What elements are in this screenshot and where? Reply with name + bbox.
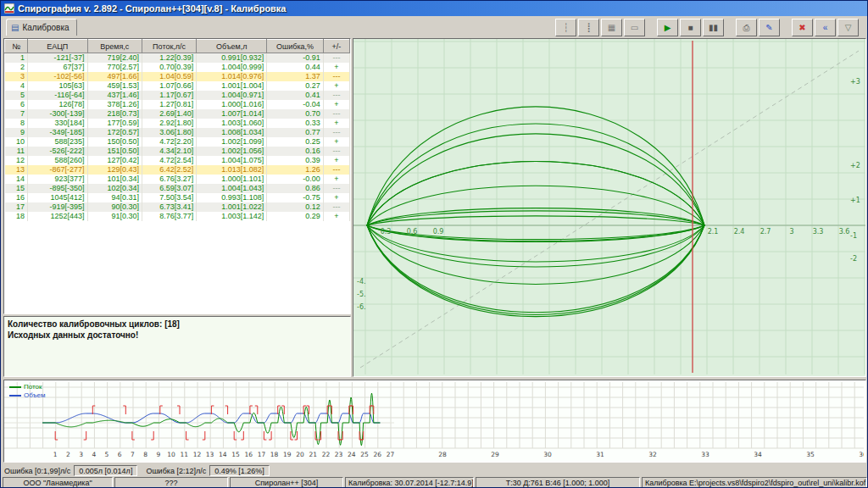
error-value: 0.86 bbox=[267, 184, 323, 193]
print-button[interactable]: ⎙ bbox=[736, 19, 757, 36]
stop-button[interactable]: ■ bbox=[680, 19, 701, 36]
table-row[interactable]: 6126[78]378[1.26]1.27[0.81]1.000[1.016]-… bbox=[5, 100, 350, 109]
svg-text:-2: -2 bbox=[850, 255, 857, 263]
tab-page-icon: ▤ bbox=[11, 23, 19, 32]
table-row[interactable]: 11-526[-222]151[0.50]4.34[2.10]1.002[1.0… bbox=[5, 147, 350, 156]
time-value: 94[0.31] bbox=[87, 193, 142, 202]
volume-value: 1.001[1.004] bbox=[197, 81, 267, 91]
table-row[interactable]: 15-895[-350]102[0.34]6.59[3.07]1.004[1.0… bbox=[5, 184, 350, 193]
row-number: 6 bbox=[5, 100, 28, 109]
strip-legend: Поток Объем bbox=[9, 383, 46, 400]
eacp-value: -526[-222] bbox=[27, 147, 87, 156]
flow-value: 7.50[3.54] bbox=[142, 193, 196, 202]
table-row[interactable]: 13-867[-277]129[0.43]6.42[2.52]1.013[1.0… bbox=[5, 165, 350, 175]
svg-text:22: 22 bbox=[322, 451, 331, 458]
volume-value: 1.002[1.099] bbox=[197, 137, 267, 147]
app-window: Спирография v. 2.892 - Спиролан++[304][v… bbox=[0, 0, 868, 488]
flow-value: 0.70[0.39] bbox=[142, 63, 196, 72]
svg-text:18: 18 bbox=[270, 451, 279, 458]
tab-strip: ▤ Калибровка ┆┋▦▭▶■▮▮⎙✎✖«▽ bbox=[1, 16, 867, 36]
cursor-marker-icon: ┆ bbox=[563, 23, 568, 32]
footer: ООО "Ланамедика"???Спиролан++ [304]Калиб… bbox=[1, 477, 867, 488]
error-value: 0.33 bbox=[267, 119, 323, 128]
flow-value: 1.22[0.39] bbox=[142, 53, 196, 64]
row-number: 17 bbox=[5, 202, 28, 212]
time-value: 127[0.42] bbox=[87, 156, 142, 165]
svg-text:3: 3 bbox=[79, 451, 83, 458]
sign-value: --- bbox=[323, 184, 349, 193]
volume-value: 1.004[0.971] bbox=[197, 91, 267, 100]
flow-volume-chart[interactable]: 0.30.60.92.12.42.733.33.6+3+2+1-1-2-4.-5… bbox=[353, 39, 865, 374]
column-header[interactable]: Ошибка,% bbox=[267, 40, 323, 53]
signal-strip-chart[interactable]: 1234567891011121314151617181920212223242… bbox=[4, 380, 864, 462]
svg-text:11: 11 bbox=[180, 451, 188, 458]
flow-value: 4.72[2.54] bbox=[142, 156, 196, 165]
flow-value: 1.04[0.59] bbox=[142, 72, 196, 81]
pause-button[interactable]: ▮▮ bbox=[703, 19, 724, 36]
sign-value: --- bbox=[323, 109, 349, 119]
table-row[interactable]: 181252[443]91[0.30]8.76[3.77]1.003[1.142… bbox=[5, 212, 350, 221]
sign-value: + bbox=[323, 175, 349, 184]
eacp-value: -300[-139] bbox=[27, 109, 87, 119]
table-row[interactable]: 14923[377]101[0.34]6.76[3.27]1.000[1.101… bbox=[5, 175, 350, 184]
grid-view-icon: ▦ bbox=[608, 23, 615, 32]
row-number: 12 bbox=[5, 156, 28, 165]
tab-calibration[interactable]: ▤ Калибровка bbox=[6, 19, 77, 36]
interval-marker-button[interactable]: ┋ bbox=[578, 19, 599, 36]
table-row[interactable]: 9-349[-185]172[0.57]3.06[1.80]1.008[1.03… bbox=[5, 128, 350, 137]
interval-marker-icon: ┋ bbox=[586, 23, 591, 32]
table-row[interactable]: 4105[63]459[1.53]1.07[0.66]1.001[1.004]0… bbox=[5, 81, 350, 91]
column-header[interactable]: № bbox=[5, 40, 28, 53]
column-header[interactable]: Объем,л bbox=[197, 40, 267, 53]
table-row[interactable]: 3-102[-56]497[1.66]1.04[0.59]1.014[0.976… bbox=[5, 72, 350, 81]
cursor-marker-button[interactable]: ┆ bbox=[555, 19, 576, 36]
edit-button[interactable]: ✎ bbox=[759, 19, 780, 36]
table-row[interactable]: 12588[260]127[0.42]4.72[2.54]1.004[1.075… bbox=[5, 156, 350, 165]
row-number: 2 bbox=[5, 63, 28, 72]
volume-value: 1.001[1.022] bbox=[197, 202, 267, 212]
time-value: 459[1.53] bbox=[87, 81, 142, 91]
svg-text:32: 32 bbox=[648, 451, 657, 458]
column-header[interactable]: Поток,л/с bbox=[142, 40, 196, 53]
time-value: 378[1.26] bbox=[87, 100, 142, 109]
row-number: 16 bbox=[5, 193, 28, 202]
row-number: 4 bbox=[5, 81, 28, 91]
eacp-value: -867[-277] bbox=[27, 165, 87, 175]
svg-text:8: 8 bbox=[143, 451, 147, 458]
table-row[interactable]: 17-919[-395]90[0.30]6.73[3.41]1.001[1.02… bbox=[5, 202, 350, 212]
rewind-button[interactable]: « bbox=[815, 19, 836, 36]
column-header[interactable]: ЕАЦП bbox=[27, 40, 87, 53]
delete-button[interactable]: ✖ bbox=[792, 19, 813, 36]
time-value: 497[1.66] bbox=[87, 72, 142, 81]
table-row[interactable]: 10588[235]150[0.50]4.72[2.20]1.002[1.099… bbox=[5, 137, 350, 147]
eacp-value: -116[-64] bbox=[27, 91, 87, 100]
error-value: 0.27 bbox=[267, 81, 323, 91]
svg-text:31: 31 bbox=[596, 451, 604, 458]
svg-text:-4.: -4. bbox=[357, 278, 366, 286]
dropdown-button[interactable]: ▽ bbox=[837, 19, 859, 36]
column-header[interactable]: +/- bbox=[323, 40, 349, 53]
sign-value: + bbox=[323, 81, 349, 91]
play-button[interactable]: ▶ bbox=[657, 19, 678, 36]
table-row[interactable]: 1-121[-37]719[2.40]1.22[0.39]0.991[0.932… bbox=[5, 53, 350, 64]
row-number: 18 bbox=[5, 212, 28, 221]
table-row[interactable]: 8330[184]177[0.59]2.92[1.80]1.003[1.060]… bbox=[5, 119, 350, 128]
title-bar[interactable]: Спирография v. 2.892 - Спиролан++[304][v… bbox=[1, 1, 867, 16]
grid-view-button[interactable]: ▦ bbox=[601, 19, 622, 36]
column-header[interactable]: Время,с bbox=[87, 40, 142, 53]
svg-text:25: 25 bbox=[360, 451, 369, 458]
svg-text:27: 27 bbox=[387, 451, 395, 458]
svg-text:2.4: 2.4 bbox=[734, 228, 745, 236]
volume-value: 0.991[0.932] bbox=[197, 53, 267, 64]
volume-value: 1.000[1.016] bbox=[197, 100, 267, 109]
table-row[interactable]: 5-116[-64]437[1.46]1.17[0.67]1.004[0.971… bbox=[5, 91, 350, 100]
table-row[interactable]: 267[37]770[2.57]0.70[0.39]1.004[0.999]0.… bbox=[5, 63, 350, 72]
table-row[interactable]: 7-300[-139]218[0.73]2.69[1.40]1.007[1.01… bbox=[5, 109, 350, 119]
table-row[interactable]: 161045[412]94[0.31]7.50[3.54]0.993[1.108… bbox=[5, 193, 350, 202]
flow-legend-swatch bbox=[9, 386, 21, 388]
flow-error-label: Ошибка [0:1,99]л/с bbox=[4, 467, 70, 475]
select-region-button[interactable]: ▭ bbox=[624, 19, 645, 36]
flow-legend-label: Поток bbox=[24, 383, 42, 391]
flow-value: 8.76[3.77] bbox=[142, 212, 196, 221]
row-number: 10 bbox=[5, 137, 28, 147]
